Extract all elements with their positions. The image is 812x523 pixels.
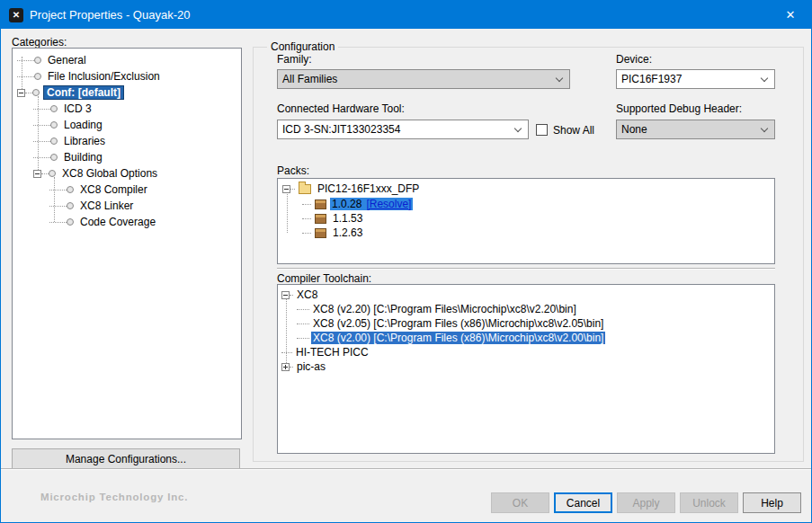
tree-connector-line xyxy=(302,233,311,234)
category-item-libraries[interactable]: Libraries xyxy=(13,133,239,149)
toolchain-item-label: XC8 (v2.00) [C:\Program Files (x86)\Micr… xyxy=(311,332,605,344)
category-bullet-icon xyxy=(34,73,41,80)
expand-icon[interactable] xyxy=(281,363,290,371)
hardware-tool-select[interactable]: ICD 3-SN:JIT133023354 xyxy=(277,120,529,139)
tree-connector-line xyxy=(290,189,295,190)
cancel-button[interactable]: Cancel xyxy=(554,492,612,513)
category-item-conf-default-[interactable]: Conf: [default] xyxy=(13,84,239,101)
show-all-checkbox[interactable] xyxy=(536,124,548,136)
package-icon xyxy=(315,228,326,238)
collapse-icon[interactable] xyxy=(17,89,25,97)
toolchain-item[interactable]: XC8 (v2.20) [C:\Program Files\Microchip\… xyxy=(279,302,772,316)
toolchain-item[interactable]: XC8 xyxy=(279,288,772,302)
category-item-label: XC8 Linker xyxy=(77,199,136,213)
toolchain-item-label: XC8 (v2.05) [C:\Program Files (x86)\Micr… xyxy=(311,317,605,330)
category-item-label: Libraries xyxy=(61,134,108,148)
toolchain-item-label: XC8 (v2.20) [C:\Program Files\Microchip\… xyxy=(311,303,578,315)
tree-connector-line xyxy=(302,204,311,205)
divider xyxy=(277,268,775,270)
tree-connector-line xyxy=(17,60,34,61)
packs-root-item[interactable]: PIC12-16F1xxx_DFP xyxy=(279,182,772,196)
title-bar: ✕ Project Properties - Quayak-20 ✕ xyxy=(1,1,811,29)
category-bullet-icon xyxy=(50,137,58,145)
footer-button-row: OKCancelApplyUnlockHelp xyxy=(491,492,801,513)
category-item-loading[interactable]: Loading xyxy=(13,117,239,133)
pack-selected-row: 1.0.28[Resolve] xyxy=(330,198,413,210)
category-bullet-icon xyxy=(50,105,58,112)
toolchain-item[interactable]: XC8 (v2.05) [C:\Program Files (x86)\Micr… xyxy=(279,316,772,331)
collapse-icon[interactable] xyxy=(282,185,290,193)
toolchain-item[interactable]: HI-TECH PICC xyxy=(279,345,772,359)
vendor-watermark: Microchip Technology Inc. xyxy=(40,492,188,502)
packs-root-label: PIC12-16F1xxx_DFP xyxy=(315,182,422,196)
family-value: All Families xyxy=(282,73,337,85)
family-select[interactable]: All Families xyxy=(277,69,570,89)
tree-connector-line xyxy=(33,109,50,110)
compiler-toolchain-label: Compiler Toolchain: xyxy=(277,272,371,285)
chevron-down-icon xyxy=(556,75,563,82)
pack-version-item[interactable]: 1.0.28[Resolve] xyxy=(279,197,772,211)
toolchain-item[interactable]: pic-as xyxy=(279,359,772,374)
tree-connector-line xyxy=(281,352,292,353)
manage-configurations-label: Manage Configurations... xyxy=(66,453,186,465)
tree-connector-line xyxy=(297,309,309,310)
tree-connector-line xyxy=(33,141,50,142)
category-item-xc8-linker[interactable]: XC8 Linker xyxy=(13,198,239,214)
category-bullet-icon xyxy=(49,170,56,177)
category-bullet-icon xyxy=(32,89,40,96)
close-icon[interactable]: ✕ xyxy=(770,1,811,29)
project-properties-dialog: ✕ Project Properties - Quayak-20 ✕ Categ… xyxy=(0,0,812,523)
tree-connector-line xyxy=(49,190,67,191)
debug-header-select[interactable]: None xyxy=(616,120,775,139)
chevron-down-icon xyxy=(761,125,768,132)
category-item-building[interactable]: Building xyxy=(13,149,239,165)
tree-connector-line xyxy=(33,125,50,126)
tree-connector-line xyxy=(49,222,67,223)
chevron-down-icon xyxy=(514,125,522,132)
tree-connector-line xyxy=(41,173,49,174)
tree-connector-line xyxy=(290,295,293,296)
toolchain-item[interactable]: XC8 (v2.00) [C:\Program Files (x86)\Micr… xyxy=(279,331,772,345)
collapse-icon[interactable] xyxy=(33,170,41,178)
pack-version-item[interactable]: 1.1.53 xyxy=(279,211,772,226)
configuration-groupbox: Configuration Family: All Families Devic… xyxy=(253,47,804,462)
apply-button: Apply xyxy=(617,492,675,513)
tree-connector-line xyxy=(49,206,67,207)
category-item-icd-3[interactable]: ICD 3 xyxy=(13,101,239,117)
pack-resolve-link[interactable]: [Resolve] xyxy=(366,198,411,210)
toolchain-item-label: XC8 xyxy=(295,288,319,301)
debug-header-value: None xyxy=(621,123,647,136)
ok-button: OK xyxy=(491,492,549,513)
pack-version-item[interactable]: 1.2.63 xyxy=(279,226,772,240)
device-label: Device: xyxy=(616,53,652,66)
category-item-general[interactable]: General xyxy=(13,52,239,68)
compiler-toolchain-tree: XC8XC8 (v2.20) [C:\Program Files\Microch… xyxy=(277,284,775,454)
category-item-xc8-global-options[interactable]: XC8 Global Options xyxy=(13,165,239,182)
tree-connector-line xyxy=(17,76,34,77)
category-item-label: XC8 Global Options xyxy=(59,166,160,181)
collapse-icon[interactable] xyxy=(281,291,290,299)
category-bullet-icon xyxy=(67,202,74,209)
tree-connector-line xyxy=(33,157,50,158)
category-item-label: XC8 Compiler xyxy=(77,182,150,197)
window-title: Project Properties - Quayak-20 xyxy=(30,8,190,22)
category-item-xc8-compiler[interactable]: XC8 Compiler xyxy=(13,182,239,198)
manage-configurations-button[interactable]: Manage Configurations... xyxy=(12,448,240,469)
category-item-label: Conf: [default] xyxy=(43,85,124,100)
tree-connector-line xyxy=(297,324,309,324)
help-button[interactable]: Help xyxy=(743,492,801,513)
device-select[interactable]: PIC16F1937 xyxy=(616,69,775,89)
tree-connector-line xyxy=(297,338,309,339)
packs-tree: PIC12-16F1xxx_DFP1.0.28[Resolve]1.1.531.… xyxy=(277,178,775,264)
unlock-button: Unlock xyxy=(680,492,738,513)
category-item-file-inclusion-exclusion[interactable]: File Inclusion/Exclusion xyxy=(13,68,239,84)
category-bullet-icon xyxy=(67,186,74,193)
toolchain-item-label: pic-as xyxy=(295,360,327,373)
chevron-down-icon xyxy=(761,75,768,82)
category-item-code-coverage[interactable]: Code Coverage xyxy=(13,214,239,230)
tree-connector-line xyxy=(25,93,32,93)
category-item-label: ICD 3 xyxy=(61,102,94,116)
categories-label: Categories: xyxy=(12,36,67,49)
category-bullet-icon xyxy=(67,218,74,226)
debug-header-label: Supported Debug Header: xyxy=(616,102,742,115)
